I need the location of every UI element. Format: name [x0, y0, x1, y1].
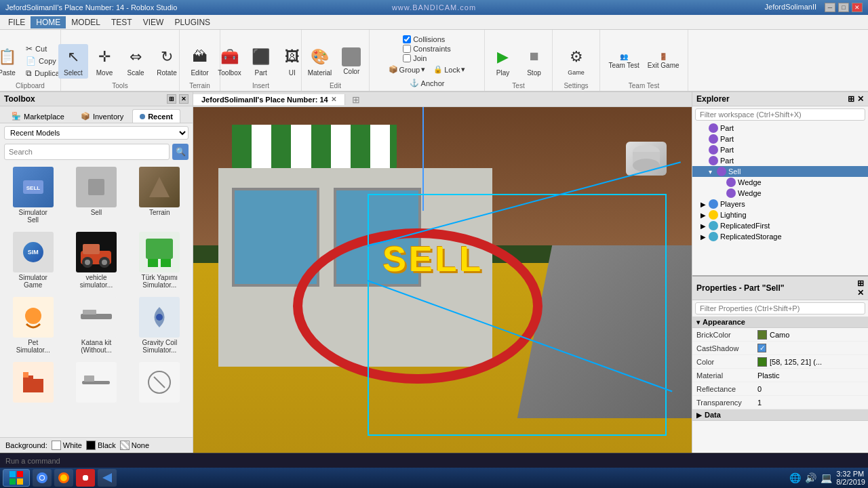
bg-none-option[interactable]: None — [120, 441, 149, 450]
filter-workspace-input[interactable] — [695, 108, 865, 121]
color-button[interactable]: Color — [336, 45, 366, 77]
menu-test[interactable]: TEST — [106, 16, 138, 28]
viewport-tab-main[interactable]: JefordSolimanII's Place Number: 14 ✕ — [193, 94, 345, 105]
list-item[interactable]: Terrain — [130, 164, 190, 226]
maximize-button[interactable]: □ — [838, 3, 849, 12]
tree-item-part2[interactable]: Part — [692, 134, 868, 144]
tab-marketplace[interactable]: 🏪 Marketplace — [4, 109, 72, 123]
close-button[interactable]: ✕ — [852, 3, 863, 12]
castshadow-checkbox[interactable]: ✓ — [757, 344, 766, 352]
select-icon: ↖ — [62, 46, 84, 68]
tree-item-lighting[interactable]: ▶ Lighting — [692, 209, 868, 220]
viewport-canvas[interactable]: SELL — [193, 107, 692, 453]
filter-properties-input[interactable] — [695, 302, 865, 314]
explorer-panel: Explorer ⊞ ✕ Part Part — [692, 92, 868, 277]
ribbon-group-transform: Collisions Constraints Join 📦 Group ▾ 🔒 … — [370, 30, 485, 91]
data-section-header[interactable]: ▶ Data — [692, 409, 868, 421]
select-button[interactable]: ↖ Select — [58, 44, 88, 79]
list-item[interactable]: Gravity Coil Simulator... — [130, 294, 190, 357]
tab-inventory[interactable]: 📦 Inventory — [73, 109, 131, 123]
tree-item-players[interactable]: ▶ Players — [692, 199, 868, 209]
paste-button[interactable]: 📋 Paste — [0, 44, 22, 79]
tree-item-part4[interactable]: Part — [692, 155, 868, 166]
game-settings-button[interactable]: ⚙ Game — [561, 44, 591, 78]
group-button[interactable]: 📦 Group ▾ — [385, 63, 429, 76]
list-item[interactable] — [66, 359, 126, 407]
tree-item-sell[interactable]: ▾ Sell — [692, 166, 868, 177]
explorer-header: Explorer ⊞ ✕ — [692, 92, 868, 106]
search-button[interactable]: 🔍 — [172, 144, 189, 160]
menu-plugins[interactable]: PLUGINS — [169, 16, 216, 28]
explorer-maximize-btn[interactable]: ⊞ — [848, 94, 854, 104]
stop-button[interactable]: ⏹ Stop — [519, 44, 549, 79]
svg-text:SELL: SELL — [26, 185, 40, 191]
exit-game-button[interactable]: 🚪 Exit Game — [644, 51, 683, 71]
scale-button[interactable]: ⇔ Scale — [121, 44, 151, 79]
properties-maximize-btn[interactable]: ⊞ — [857, 279, 864, 288]
command-input[interactable] — [5, 457, 863, 465]
wedge2-icon — [726, 188, 736, 198]
menu-home[interactable]: HOME — [31, 16, 66, 28]
list-item[interactable]: Katana kit (Without... — [66, 294, 126, 357]
part-button[interactable]: ⬛ Part — [246, 44, 276, 79]
join-checkbox[interactable] — [403, 54, 411, 62]
properties-close-btn[interactable]: ✕ — [857, 288, 864, 298]
inventory-icon: 📦 — [81, 112, 90, 121]
anchor-button[interactable]: ⚓ Anchor — [407, 77, 448, 89]
svg-rect-11 — [148, 259, 158, 267]
tree-item-part3[interactable]: Part — [692, 144, 868, 155]
lock-button[interactable]: 🔒 Lock ▾ — [430, 63, 469, 76]
toolbox-filter: Recent Models Recent Audio Recent Decals — [0, 123, 193, 142]
team-test-button[interactable]: 👥 Team Test — [605, 51, 642, 71]
minimize-button[interactable]: ─ — [825, 3, 835, 12]
list-item[interactable]: Türk Yapımı Simulator... — [130, 229, 190, 291]
tree-item-part1[interactable]: Part — [692, 123, 868, 134]
taskbar-firefox[interactable] — [54, 469, 73, 487]
appearance-section-header[interactable]: ▾ Appearance — [692, 317, 868, 328]
play-icon: ▶ — [492, 46, 514, 68]
list-item[interactable]: vehicle simulator... — [66, 229, 126, 291]
explorer-close-btn[interactable]: ✕ — [857, 94, 864, 104]
list-item[interactable]: SELL Simulator Sell — [3, 164, 63, 226]
bg-white-option[interactable]: White — [52, 441, 82, 450]
collisions-checkbox[interactable] — [403, 35, 411, 43]
rotate-button[interactable]: ↻ Rotate — [152, 44, 182, 79]
menu-model[interactable]: MODEL — [66, 16, 106, 28]
material-button[interactable]: 🎨 Material — [304, 44, 336, 79]
bg-black-option[interactable]: Black — [86, 441, 116, 450]
taskbar-arrow[interactable] — [98, 469, 117, 487]
start-button[interactable] — [3, 469, 30, 487]
tree-item-replicated-storage[interactable]: ▶ ReplicatedStorage — [692, 231, 868, 242]
taskbar-chrome[interactable] — [33, 469, 52, 487]
menu-file[interactable]: FILE — [3, 16, 31, 28]
toolbox-button[interactable]: 🧰 Toolbox — [214, 44, 244, 79]
viewport-expand-button[interactable]: ⊞ — [348, 93, 364, 106]
list-item[interactable]: Pet Simulator... — [3, 294, 63, 357]
toolbox-maximize-btn[interactable]: ⊞ — [167, 94, 176, 104]
tab-close-button[interactable]: ✕ — [331, 96, 336, 103]
taskbar-bandicam[interactable]: ⏺ — [76, 469, 95, 487]
editor-button[interactable]: 🏔 Editor — [185, 44, 215, 79]
svg-rect-9 — [83, 244, 100, 254]
ribbon: 📋 Paste ✂ Cut 📄 Copy ⧉ Duplicate Clipboa… — [0, 30, 868, 92]
tree-item-wedge2[interactable]: Wedge — [692, 188, 868, 199]
properties-header: Properties - Part "Sell" ⊞ ✕ — [692, 277, 868, 300]
constraints-checkbox[interactable] — [403, 45, 411, 53]
right-panel: Explorer ⊞ ✕ Part Part — [692, 92, 868, 453]
list-item[interactable]: SIM Simulator Game — [3, 229, 63, 291]
move-button[interactable]: ✛ Move — [90, 44, 119, 79]
toolbox-close-btn[interactable]: ✕ — [179, 94, 189, 104]
tree-item-wedge1[interactable]: Wedge — [692, 177, 868, 188]
search-input[interactable] — [4, 144, 170, 160]
brickcolor-swatch — [757, 330, 767, 340]
tree-item-replicated-first[interactable]: ▶ ReplicatedFirst — [692, 220, 868, 231]
model-type-select[interactable]: Recent Models Recent Audio Recent Decals — [4, 126, 189, 140]
list-item[interactable] — [130, 359, 190, 407]
play-button[interactable]: ▶ Play — [488, 44, 518, 79]
tab-recent[interactable]: Recent — [132, 109, 180, 123]
svg-rect-21 — [84, 375, 94, 382]
list-item[interactable] — [3, 359, 63, 407]
list-item[interactable]: Sell — [66, 164, 126, 226]
search-bar: 🔍 — [0, 142, 193, 161]
menu-view[interactable]: VIEW — [138, 16, 170, 28]
